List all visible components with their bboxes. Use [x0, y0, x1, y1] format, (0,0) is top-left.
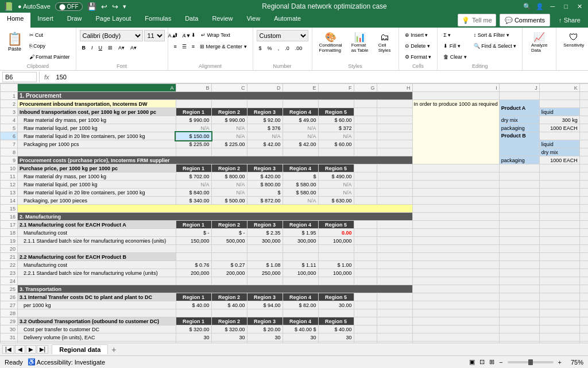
tab-insert[interactable]: Insert: [30, 13, 60, 28]
accessibility-btn[interactable]: ♿ Accessibility: Investigate: [28, 358, 105, 366]
table-row: 11 Raw material dry mass, per 1000 kg $ …: [1, 172, 589, 181]
tab-page-layout[interactable]: Page Layout: [89, 13, 138, 28]
format-painter-btn[interactable]: 🖌 Format Painter: [27, 52, 72, 62]
zoom-out-btn[interactable]: −: [499, 359, 502, 366]
search-icon[interactable]: 🔍: [523, 3, 531, 10]
tab-automate[interactable]: Automate: [267, 13, 308, 28]
increase-decimal-btn[interactable]: .0: [283, 43, 292, 53]
tab-formulas[interactable]: Formulas: [138, 13, 178, 28]
comments-btn[interactable]: 💬 Comments: [500, 14, 550, 26]
page-layout-view-btn[interactable]: ⊡: [479, 358, 485, 366]
zoom-in-btn[interactable]: +: [558, 359, 562, 366]
col-header-A[interactable]: A: [18, 84, 176, 92]
grid-body: 1 1. Procurement 2 Procurement inbound t…: [1, 92, 589, 343]
tell-me-label: Tell me: [472, 17, 492, 24]
status-bar: Ready ♿ Accessibility: Investigate ▣ ⊡ ⊞…: [0, 355, 588, 368]
fill-btn[interactable]: ⬇ Fill ▾: [441, 41, 469, 51]
align-middle-btn[interactable]: ↕: [181, 30, 189, 40]
page-break-view-btn[interactable]: ⊞: [489, 358, 494, 366]
currency-btn[interactable]: $: [257, 43, 264, 53]
italic-btn[interactable]: I: [89, 43, 95, 53]
border-btn[interactable]: ⊞: [106, 43, 115, 53]
table-row: 30 Cost per transfer to customer DC $ 32…: [1, 325, 589, 334]
number-group: Custom General Number Currency $ % , .0 …: [253, 28, 312, 70]
find-select-btn[interactable]: 🔍 Find & Select ▾: [471, 41, 519, 51]
ribbon-body: 📋 Paste ✂ Cut ⎘ Copy 🖌 Format Painter Cl…: [0, 28, 588, 71]
bold-btn[interactable]: B: [80, 43, 88, 53]
tab-home[interactable]: Home: [0, 13, 30, 28]
cut-btn[interactable]: ✂ Cut: [27, 30, 72, 40]
fill-color-btn[interactable]: A▾: [116, 43, 127, 53]
spreadsheet-area: A B C D E F G H I J K L M N O: [0, 83, 588, 343]
clear-btn[interactable]: 🗑 Clear ▾: [441, 52, 469, 62]
sheet-last-btn[interactable]: ▶|: [37, 345, 49, 354]
sheet-next-btn[interactable]: ▶: [26, 345, 36, 354]
decrease-decimal-btn[interactable]: .00: [293, 43, 305, 53]
col-header-F[interactable]: F: [318, 84, 354, 92]
quick-save-icon[interactable]: 💾: [87, 2, 96, 11]
table-row: 13 Raw material liquid in 20 litre conta…: [1, 189, 589, 197]
conditional-formatting-btn[interactable]: 🎨 ConditionalFormatting: [316, 30, 346, 55]
analyze-data-btn[interactable]: 📈 AnalyzeData: [526, 30, 552, 55]
autosave-toggle[interactable]: ⬤ OFF: [55, 2, 83, 11]
format-as-table-btn[interactable]: 📊 Formatas Table: [347, 30, 373, 55]
redo-icon[interactable]: ↪: [112, 2, 118, 11]
wrap-text-btn[interactable]: ↵ Wrap Text: [199, 30, 233, 40]
copy-btn[interactable]: ⎘ Copy: [27, 41, 72, 51]
font-name-select[interactable]: Calibri (Body): [80, 30, 143, 41]
col-header-L[interactable]: L: [579, 84, 588, 92]
delete-cells-btn[interactable]: ⊖ Delete ▾: [403, 41, 434, 51]
merge-center-btn[interactable]: ⊞ Merge & Center ▾: [198, 41, 249, 52]
tab-draw[interactable]: Draw: [60, 13, 89, 28]
tab-data[interactable]: Data: [178, 13, 205, 28]
align-top-btn[interactable]: ⬆: [172, 30, 181, 40]
sheet-tab-regional-data[interactable]: Regional data: [52, 344, 108, 354]
sheet-prev-btn[interactable]: ◀: [15, 345, 25, 354]
col-header-I[interactable]: I: [412, 84, 499, 92]
zoom-slider[interactable]: [508, 361, 554, 363]
sum-btn[interactable]: Σ ▾: [441, 30, 469, 40]
col-header-J[interactable]: J: [499, 84, 539, 92]
align-center-btn[interactable]: ☰: [180, 41, 189, 52]
account-icon[interactable]: 👤: [536, 3, 544, 10]
percent-btn[interactable]: %: [265, 43, 274, 53]
undo-icon[interactable]: ↩: [101, 2, 107, 11]
cell-styles-btn[interactable]: 🗂 CellStyles: [374, 30, 395, 55]
formula-input[interactable]: [54, 73, 586, 81]
zoom-level[interactable]: 75%: [566, 359, 583, 366]
sheet-nav: |◀ ◀ ▶ ▶|: [2, 345, 48, 354]
font-color-btn[interactable]: A▾: [128, 43, 139, 53]
tab-view[interactable]: View: [239, 13, 267, 28]
align-bottom-btn[interactable]: ⬇: [189, 30, 198, 40]
comma-btn[interactable]: ,: [276, 43, 282, 53]
insert-cells-btn[interactable]: ⊕ Insert ▾: [403, 30, 434, 40]
share-btn[interactable]: ↑ Share: [554, 14, 586, 26]
close-btn[interactable]: ✕: [575, 3, 585, 10]
tell-me-box[interactable]: 💡 Tell me: [458, 14, 496, 26]
col-header-B[interactable]: B: [176, 84, 211, 92]
cell-reference-box[interactable]: [2, 72, 37, 82]
sheet-first-btn[interactable]: |◀: [2, 345, 14, 354]
align-left-btn[interactable]: ≡: [172, 41, 179, 52]
add-sheet-btn[interactable]: +: [109, 345, 118, 354]
normal-view-btn[interactable]: ▣: [469, 358, 475, 366]
grid-wrapper[interactable]: A B C D E F G H I J K L M N O: [0, 83, 588, 343]
col-header-K[interactable]: K: [539, 84, 579, 92]
sensitivity-btn[interactable]: 🛡 Sensitivity: [560, 30, 587, 50]
tab-review[interactable]: Review: [205, 13, 239, 28]
analyze-group: 📈 AnalyzeData: [523, 28, 556, 70]
font-size-select[interactable]: 11: [144, 30, 165, 41]
col-header-H[interactable]: H: [377, 84, 412, 92]
sort-filter-btn[interactable]: ↕ Sort & Filter ▾: [471, 30, 519, 40]
col-header-E[interactable]: E: [283, 84, 318, 92]
number-format-select[interactable]: Custom General Number Currency: [257, 30, 308, 41]
col-header-D[interactable]: D: [247, 84, 283, 92]
excel-icon: 📗: [3, 2, 13, 11]
minimize-btn[interactable]: ─: [548, 3, 558, 10]
col-header-G[interactable]: G: [354, 84, 377, 92]
underline-btn[interactable]: U: [96, 43, 105, 53]
col-header-C[interactable]: C: [211, 84, 247, 92]
maximize-btn[interactable]: □: [562, 3, 570, 10]
paste-btn[interactable]: 📋 Paste: [3, 30, 26, 54]
format-cells-btn[interactable]: ⚙ Format ▾: [403, 52, 434, 62]
